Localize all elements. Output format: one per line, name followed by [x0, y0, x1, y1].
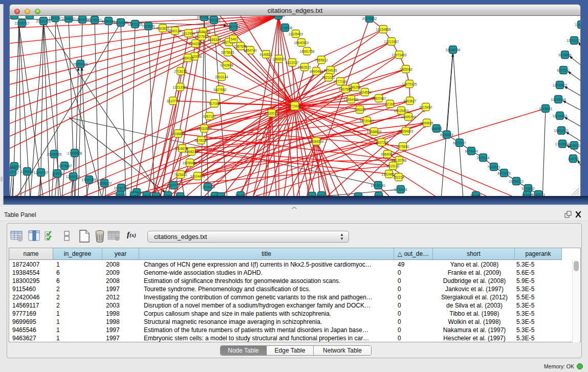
svg-text:8660124: 8660124: [168, 29, 182, 33]
svg-text:3915717: 3915717: [10, 170, 19, 174]
svg-text:15720407: 15720407: [360, 119, 375, 123]
svg-text:77364: 77364: [163, 194, 172, 196]
svg-text:190284: 190284: [235, 194, 246, 196]
svg-text:190244: 190244: [353, 195, 364, 196]
svg-text:8454749: 8454749: [244, 49, 257, 52]
svg-text:9115460: 9115460: [420, 105, 432, 109]
svg-text:7485063: 7485063: [399, 68, 412, 71]
svg-text:116753: 116753: [568, 157, 579, 161]
svg-text:9227341: 9227341: [557, 69, 570, 72]
svg-text:8186328: 8186328: [208, 38, 221, 41]
svg-text:11325419: 11325419: [289, 32, 303, 36]
svg-text:15276021: 15276021: [88, 18, 102, 22]
svg-text:21055717: 21055717: [15, 21, 30, 25]
svg-text:1151307: 1151307: [575, 23, 581, 27]
svg-text:8938923: 8938923: [440, 133, 453, 137]
svg-text:19654923: 19654923: [399, 129, 413, 133]
svg-text:45210: 45210: [151, 195, 161, 196]
svg-text:915312: 915312: [115, 193, 126, 196]
svg-text:5498242: 5498242: [185, 150, 198, 154]
svg-text:16648784: 16648784: [446, 48, 461, 52]
svg-text:3267110: 3267110: [203, 115, 216, 118]
svg-text:2367608: 2367608: [234, 45, 247, 48]
svg-text:20206526: 20206526: [47, 152, 62, 156]
svg-text:82245: 82245: [374, 194, 383, 196]
svg-text:9329966: 9329966: [558, 53, 572, 57]
svg-text:9146821: 9146821: [259, 53, 273, 56]
svg-text:6497568: 6497568: [339, 87, 352, 91]
svg-text:12213369: 12213369: [173, 85, 188, 89]
svg-text:2530023: 2530023: [265, 112, 278, 115]
svg-text:10654112: 10654112: [509, 180, 524, 183]
svg-text:7955812: 7955812: [315, 58, 328, 62]
svg-text:989015: 989015: [182, 56, 193, 60]
svg-text:9242848: 9242848: [220, 63, 233, 67]
svg-text:2718176: 2718176: [174, 70, 187, 73]
svg-text:6794028: 6794028: [324, 69, 337, 72]
svg-text:13218506: 13218506: [278, 26, 293, 30]
svg-text:1156829: 1156829: [21, 170, 34, 173]
svg-text:10688609: 10688609: [367, 130, 382, 134]
svg-text:9474444: 9474444: [465, 149, 478, 153]
svg-text:16782759: 16782759: [114, 186, 129, 190]
svg-text:12093872: 12093872: [553, 83, 568, 87]
svg-text:7625402: 7625402: [174, 173, 187, 177]
svg-text:252214: 252214: [393, 176, 404, 179]
svg-text:99203: 99203: [317, 194, 326, 196]
svg-text:1588520: 1588520: [272, 57, 286, 61]
svg-text:1993197: 1993197: [49, 16, 62, 20]
svg-text:12942737: 12942737: [34, 171, 49, 174]
svg-text:62160: 62160: [385, 102, 395, 106]
svg-text:16671355: 16671355: [128, 23, 143, 26]
svg-text:182931: 182931: [175, 195, 186, 196]
svg-text:12505115: 12505115: [66, 175, 81, 179]
svg-text:182045: 182045: [521, 193, 533, 196]
svg-text:8813054: 8813054: [272, 16, 285, 17]
svg-text:2935114: 2935114: [477, 156, 490, 160]
svg-text:2108532: 2108532: [62, 17, 75, 20]
svg-text:9657771: 9657771: [167, 184, 180, 187]
svg-text:14136141: 14136141: [371, 184, 386, 187]
svg-text:1615132: 1615132: [386, 164, 400, 168]
svg-text:15751074: 15751074: [567, 39, 581, 42]
svg-text:16961758: 16961758: [300, 50, 315, 53]
svg-text:18724007: 18724007: [288, 104, 302, 108]
svg-text:2803144: 2803144: [215, 75, 228, 79]
svg-text:21364436: 21364436: [344, 98, 359, 101]
svg-text:9245652: 9245652: [521, 187, 535, 190]
svg-text:5875685: 5875685: [221, 51, 234, 54]
svg-text:5878334: 5878334: [194, 139, 208, 142]
svg-text:10025453: 10025453: [394, 109, 409, 113]
svg-text:8990448: 8990448: [310, 70, 323, 73]
svg-text:1621022: 1621022: [322, 76, 335, 79]
svg-text:7986322: 7986322: [353, 108, 366, 112]
svg-text:18640910: 18640910: [294, 41, 309, 45]
svg-text:190213: 190213: [141, 194, 153, 196]
svg-text:15692971: 15692971: [554, 129, 569, 133]
svg-text:12353594: 12353594: [197, 127, 212, 130]
svg-text:82450: 82450: [129, 194, 139, 196]
svg-text:164095: 164095: [431, 127, 442, 130]
svg-text:10719155: 10719155: [114, 21, 128, 25]
svg-text:203917: 203917: [307, 194, 318, 196]
svg-text:8471626: 8471626: [497, 171, 511, 175]
svg-text:19166825: 19166825: [171, 132, 186, 136]
svg-text:26053346: 26053346: [73, 62, 88, 66]
svg-text:10914479: 10914479: [190, 174, 205, 178]
svg-text:7632621: 7632621: [487, 165, 500, 169]
svg-text:12975125: 12975125: [402, 82, 417, 86]
svg-text:16543382: 16543382: [188, 42, 203, 46]
svg-text:9777169: 9777169: [334, 80, 347, 83]
svg-text:17957255: 17957255: [82, 178, 97, 182]
svg-text:12045102: 12045102: [567, 144, 581, 147]
svg-text:417006: 417006: [209, 102, 220, 105]
svg-text:1733426: 1733426: [394, 188, 407, 191]
svg-text:10958107: 10958107: [97, 182, 112, 185]
svg-text:13495794: 13495794: [401, 115, 416, 119]
svg-text:20691406: 20691406: [36, 19, 51, 23]
svg-text:16099489: 16099489: [183, 161, 198, 165]
svg-text:3215953: 3215953: [539, 107, 552, 111]
svg-text:12444194: 12444194: [551, 98, 566, 101]
svg-text:17359938: 17359938: [68, 151, 82, 155]
svg-text:84726: 84726: [216, 195, 226, 196]
